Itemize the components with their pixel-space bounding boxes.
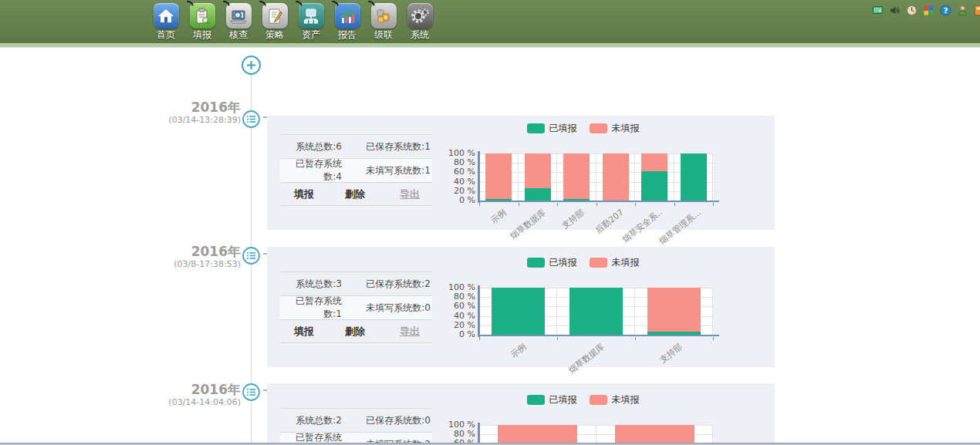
bar-未填报 xyxy=(647,288,701,332)
clock-icon[interactable] xyxy=(906,5,917,16)
legend-label: 未填报 xyxy=(612,393,640,406)
category-tick xyxy=(713,203,714,206)
help-icon[interactable]: ? xyxy=(940,5,951,16)
bar-未填报 xyxy=(603,153,629,201)
y-axis-tick: 20 % xyxy=(454,187,475,196)
legend-item-未填报[interactable]: 未填报 xyxy=(590,393,640,406)
inspect-icon xyxy=(226,3,252,29)
navbar-bottom-strip xyxy=(0,43,980,48)
entry-date: 2016年 (03/14-14:04:06) xyxy=(137,383,241,407)
y-axis-line xyxy=(478,285,480,337)
v-gridline xyxy=(596,153,596,201)
top-navbar xyxy=(0,0,980,43)
stats-table: 系统总数:2 已保存系统数:0 已暂存系统数:0 未填写系统数:2 填报 删除 … xyxy=(280,408,432,445)
y-axis: 0 %20 %40 %60 %80 %100 % xyxy=(450,288,479,335)
exit-icon[interactable] xyxy=(974,5,980,16)
fill-button[interactable]: 填报 xyxy=(294,187,314,201)
report-panel: 系统总数:6 已保存系统数:1 已暂存系统数:4 未填写系统数:1 填报 删除 … xyxy=(267,116,775,230)
nav-label: 级联 xyxy=(374,29,393,40)
nav-item-assets[interactable]: 资产 xyxy=(296,3,326,40)
entry-timestamp: (03/8-17:38:53) xyxy=(137,259,241,269)
y-axis-tick: 0 % xyxy=(459,330,475,339)
legend-label: 已填报 xyxy=(549,256,577,269)
delete-button[interactable]: 删除 xyxy=(345,325,365,339)
nav-label: 首页 xyxy=(157,29,175,40)
report-chart-icon xyxy=(335,3,360,29)
plot-area xyxy=(479,288,713,335)
v-gridline xyxy=(674,153,674,201)
export-link[interactable]: 导出 xyxy=(400,187,420,201)
category-tick xyxy=(713,337,714,340)
y-axis-tick: 80 % xyxy=(454,430,475,439)
v-gridline xyxy=(518,153,519,201)
add-entry-button[interactable] xyxy=(241,55,262,76)
legend-label: 已填报 xyxy=(549,122,577,135)
nav-item-fill-report[interactable]: 填报 xyxy=(188,3,217,40)
main-nav: 首页 填报 核查 策略 资产 xyxy=(151,3,434,40)
actions-row: 填报 删除 导出 xyxy=(280,319,432,343)
h-gridline xyxy=(479,153,713,154)
x-axis-label: 后勤207 xyxy=(593,207,626,236)
legend-item-已填报[interactable]: 已填报 xyxy=(527,393,577,406)
stat-staged: 已暂存系统数:1 xyxy=(280,295,342,321)
bar-未填报 xyxy=(525,153,551,188)
message-screen-icon[interactable] xyxy=(872,5,884,16)
bar-已填报 xyxy=(492,288,545,335)
cascade-icon xyxy=(371,3,397,29)
legend-item-已填报[interactable]: 已填报 xyxy=(527,122,577,134)
legend-swatch xyxy=(527,258,545,268)
delete-button[interactable]: 删除 xyxy=(345,187,365,201)
nav-item-system[interactable]: 系统 xyxy=(405,3,434,40)
y-axis-tick: 20 % xyxy=(454,321,475,330)
stat-staged: 已暂存系统数:4 xyxy=(280,157,342,184)
v-gridline xyxy=(556,288,557,335)
speaker-icon[interactable] xyxy=(889,5,901,16)
entry-list-icon[interactable] xyxy=(242,110,261,129)
nav-item-inspect[interactable]: 核查 xyxy=(224,3,253,40)
legend-item-未填报[interactable]: 未填报 xyxy=(590,122,640,134)
x-axis-labels: 示例烟草数据库支持部后勤207烟草安全系..烟草管理系... xyxy=(479,201,713,228)
stats-row: 已暂存系统数:1 未填写系统数:0 xyxy=(280,295,432,319)
stat-saved: 已保存系统数:2 xyxy=(342,278,432,291)
theme-grid-icon[interactable] xyxy=(923,5,934,16)
stat-saved: 已保存系统数:0 xyxy=(342,414,432,427)
bar-已填报 xyxy=(569,288,623,335)
report-bar-chart: 已填报未填报 0 %20 %40 %60 %80 %100 % xyxy=(450,390,716,445)
h-gridline xyxy=(479,172,713,173)
y-axis-tick: 100 % xyxy=(448,283,475,292)
v-gridline xyxy=(634,288,635,335)
y-axis-tick: 100 % xyxy=(448,420,475,430)
x-axis-label: 烟草管理系... xyxy=(657,207,704,247)
entry-list-icon[interactable] xyxy=(242,246,261,265)
nav-item-report[interactable]: 报告 xyxy=(333,3,362,40)
export-link[interactable]: 导出 xyxy=(400,325,420,339)
v-gridline xyxy=(634,153,635,201)
legend-item-已填报[interactable]: 已填报 xyxy=(527,256,577,268)
entry-list-icon[interactable] xyxy=(242,383,261,402)
nav-item-policy[interactable]: 策略 xyxy=(260,3,289,40)
x-axis-labels: 示例烟草数据库支持部 xyxy=(479,335,713,362)
entry-year: 2016年 xyxy=(137,100,241,115)
y-axis-tick: 0 % xyxy=(459,196,475,205)
report-bar-chart: 已填报未填报 0 %20 %40 %60 %80 %100 % 示例烟草数据库支… xyxy=(450,119,716,228)
bar-未填报 xyxy=(485,153,512,199)
user-icon[interactable] xyxy=(957,5,968,16)
entry-date: 2016年 (03/8-17:38:53) xyxy=(137,244,241,269)
y-axis: 0 %20 %40 %60 %80 %100 % xyxy=(450,153,479,201)
nav-item-home[interactable]: 首页 xyxy=(151,3,181,40)
legend-item-未填报[interactable]: 未填报 xyxy=(590,256,640,268)
y-axis-line xyxy=(478,151,480,203)
v-gridline xyxy=(712,153,713,201)
legend-swatch xyxy=(590,258,607,268)
legend-swatch xyxy=(527,395,545,405)
stats-table: 系统总数:3 已保存系统数:2 已暂存系统数:1 未填写系统数:0 填报 删除 … xyxy=(280,271,432,343)
page: 首页 填报 核查 策略 资产 xyxy=(0,0,980,445)
report-bar-chart: 已填报未填报 0 %20 %40 %60 %80 %100 % 示例烟草数据库支… xyxy=(450,253,716,362)
nav-label: 策略 xyxy=(265,29,284,40)
chart-legend: 已填报未填报 xyxy=(450,122,716,134)
legend-swatch xyxy=(590,395,607,405)
nav-item-cascade[interactable]: 级联 xyxy=(369,3,398,40)
nav-label: 报告 xyxy=(338,29,357,40)
x-axis-label: 示例 xyxy=(508,341,529,360)
fill-button[interactable]: 填报 xyxy=(294,325,314,339)
